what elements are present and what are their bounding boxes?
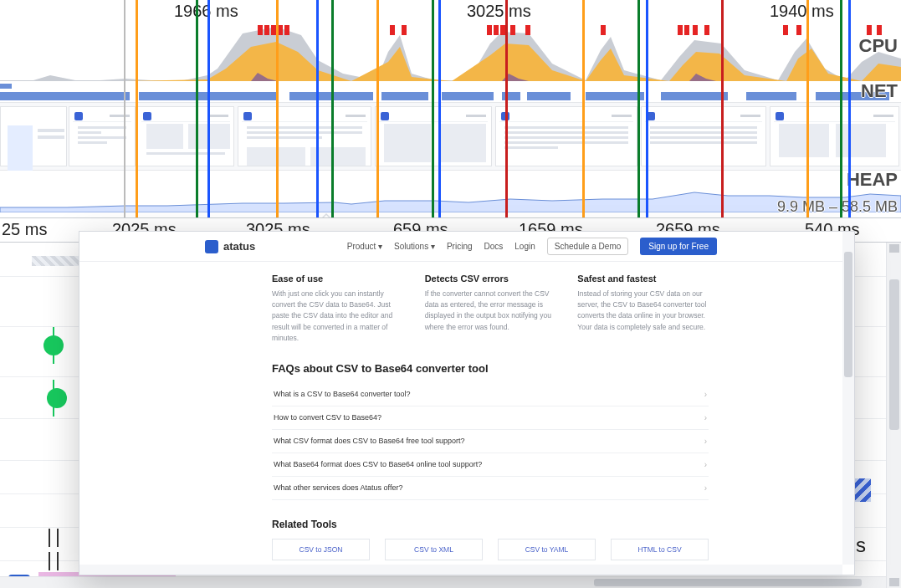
- feature-columns: Ease of use With just one click you can …: [272, 274, 709, 344]
- marker-dot-icon[interactable]: [44, 335, 64, 355]
- faq-q: What other services does Atatus offer?: [274, 483, 402, 492]
- site-logo[interactable]: atatus: [205, 240, 255, 253]
- faq-q: How to convert CSV to Base64?: [274, 413, 381, 422]
- scrollbar-thumb[interactable]: [594, 579, 862, 586]
- screenshot-thumb[interactable]: [69, 106, 136, 166]
- nav-login[interactable]: Login: [514, 242, 535, 251]
- scroll-down-icon[interactable]: [889, 578, 899, 586]
- feature-body: If the converter cannot convert the CSV …: [425, 289, 556, 333]
- feature-col: Ease of use With just one click you can …: [272, 274, 403, 344]
- screenshot-preview-popup: atatus Product ▾ Solutions ▾ Pricing Doc…: [79, 231, 855, 575]
- screenshot-thumb[interactable]: [495, 106, 637, 166]
- nav-solutions[interactable]: Solutions ▾: [394, 242, 435, 251]
- feature-body: Instead of storing your CSV data on our …: [577, 289, 709, 333]
- nav-docs[interactable]: Docs: [484, 242, 504, 251]
- chevron-right-icon: ›: [704, 437, 707, 446]
- faq-q: What Base64 format does CSV to Base64 on…: [274, 460, 482, 468]
- related-tool-link[interactable]: CSV to YAML: [498, 539, 596, 560]
- net-lane-label: NET: [861, 80, 898, 102]
- chevron-right-icon: ›: [704, 390, 707, 399]
- scrollbar-thumb[interactable]: [889, 279, 899, 430]
- cpu-lane-label: CPU: [859, 35, 898, 57]
- related-heading: Related Tools: [272, 519, 709, 530]
- feature-col: Detects CSV errors If the converter cann…: [425, 274, 556, 344]
- faq-item[interactable]: What other services does Atatus offer?›: [272, 477, 709, 500]
- detail-horizontal-scrollbar[interactable]: [0, 576, 886, 588]
- sign-up-button[interactable]: Sign up for Free: [640, 238, 717, 255]
- preview-site-body: Ease of use With just one click you can …: [79, 262, 842, 565]
- nav-pricing[interactable]: Pricing: [447, 242, 473, 251]
- faq-heading: FAQs about CSV to Base64 converter tool: [272, 362, 709, 375]
- scrollbar-thumb[interactable]: [844, 252, 852, 377]
- preview-vertical-scrollbar[interactable]: [842, 232, 854, 565]
- feature-title: Detects CSV errors: [425, 274, 556, 284]
- heap-lane-label: HEAP: [847, 169, 898, 191]
- related-tool-link[interactable]: HTML to CSV: [611, 539, 709, 560]
- faq-item[interactable]: How to convert CSV to Base64?›: [272, 406, 709, 430]
- site-primary-nav: Product ▾ Solutions ▾ Pricing Docs Login…: [347, 238, 717, 255]
- faq-item[interactable]: What Base64 format does CSV to Base64 on…: [272, 453, 709, 477]
- schedule-demo-button[interactable]: Schedule a Demo: [547, 238, 629, 255]
- timeline-overview[interactable]: 1966 ms 3025 ms 1940 ms CPU: [0, 0, 901, 217]
- detail-vertical-scrollbar[interactable]: [886, 243, 901, 588]
- screenshot-thumb[interactable]: [641, 106, 766, 166]
- screenshot-thumb[interactable]: [238, 106, 371, 166]
- heap-range-text: 9.9 MB – 58.5 MB: [777, 198, 898, 216]
- chevron-right-icon: ›: [704, 483, 707, 493]
- chevron-right-icon: ›: [704, 413, 707, 422]
- faq-q: What is a CSV to Base64 converter tool?: [274, 390, 411, 398]
- ruler-label: 25 ms: [2, 220, 47, 239]
- preview-site-header: atatus Product ▾ Solutions ▾ Pricing Doc…: [79, 232, 842, 262]
- feature-title: Ease of use: [272, 274, 403, 284]
- brand-name: atatus: [223, 240, 255, 253]
- chevron-right-icon: ›: [704, 460, 707, 469]
- screenshot-thumb[interactable]: [0, 106, 67, 166]
- scroll-up-icon[interactable]: [889, 244, 899, 253]
- feature-col: Safest and fastest Instead of storing yo…: [577, 274, 709, 344]
- nav-product[interactable]: Product ▾: [347, 242, 382, 251]
- screenshot-thumb[interactable]: [137, 106, 234, 166]
- related-tools-section: Related Tools CSV to JSON CSV to XML CSV…: [272, 519, 709, 560]
- feature-title: Safest and fastest: [577, 274, 709, 284]
- screenshot-thumb[interactable]: [770, 106, 899, 166]
- related-tool-link[interactable]: CSV to JSON: [272, 539, 370, 560]
- faq-section: FAQs about CSV to Base64 converter tool …: [272, 362, 709, 500]
- faq-q: What CSV format does CSV to Base64 free …: [274, 437, 465, 445]
- logo-icon: [205, 240, 218, 253]
- feature-body: With just one click you can instantly co…: [272, 289, 403, 344]
- faq-item[interactable]: What is a CSV to Base64 converter tool?›: [272, 383, 709, 406]
- related-tool-link[interactable]: CSV to XML: [385, 539, 483, 560]
- preview-horizontal-scrollbar[interactable]: [79, 565, 842, 575]
- marker-dot-icon[interactable]: [47, 388, 67, 408]
- faq-item[interactable]: What CSV format does CSV to Base64 free …: [272, 430, 709, 453]
